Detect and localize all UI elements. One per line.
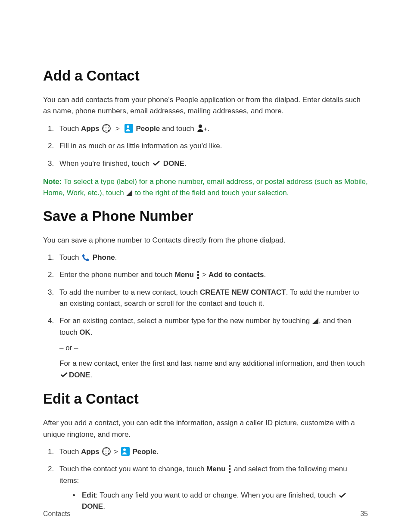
- heading-save-number: Save a Phone Number: [43, 205, 368, 227]
- menu-label: Menu: [206, 465, 225, 473]
- list-item: Touch Apps > People.: [56, 446, 368, 457]
- steps-save-number: Touch Phone. Enter the phone number and …: [43, 252, 368, 381]
- create-new-contact-label: CREATE NEW CONTACT: [200, 288, 286, 296]
- text: : Touch any field you want to add or cha…: [96, 491, 338, 499]
- list-item: For an existing contact, select a number…: [56, 315, 368, 381]
- text: .: [90, 328, 93, 336]
- chevron-right-icon: >: [115, 124, 120, 133]
- document-page: Add a Contact You can add contacts from …: [0, 0, 411, 532]
- heading-add-contact: Add a Contact: [43, 65, 368, 87]
- page-footer: Contacts 35: [43, 509, 368, 520]
- text: Touch the contact you want to change, to…: [59, 465, 206, 473]
- menu-icon: [197, 271, 199, 279]
- phone-label: Phone: [90, 253, 115, 261]
- text: For a new contact, enter the first and l…: [59, 359, 365, 367]
- chevron-right-icon: >: [200, 271, 209, 279]
- text: to the right of the field and touch your…: [133, 189, 289, 197]
- done-label: DONE: [161, 159, 184, 168]
- people-icon: [121, 447, 130, 456]
- heading-edit-contact: Edit a Contact: [43, 388, 368, 410]
- check-icon: [153, 160, 160, 166]
- add-to-contacts-label: Add to contacts: [209, 271, 264, 279]
- text: .: [184, 159, 187, 168]
- or-separator: – or –: [59, 342, 368, 354]
- steps-edit-contact: Touch Apps > People. Touch the contact y…: [43, 446, 368, 513]
- add-person-icon: +: [197, 124, 206, 132]
- intro-add-contact: You can add contacts from your phone's P…: [43, 94, 368, 117]
- apps-icon: [102, 447, 111, 456]
- text: .: [207, 124, 209, 133]
- intro-edit-contact: After you add a contact, you can edit th…: [43, 417, 368, 440]
- list-item: Fill in as much or as little information…: [56, 140, 368, 152]
- list-item: Touch Apps > People and touch +.: [56, 123, 368, 134]
- done-label: DONE: [69, 371, 90, 379]
- menu-label: Menu: [174, 271, 193, 279]
- triangle-icon: [312, 318, 318, 324]
- text: Touch: [59, 124, 81, 133]
- list-item: To add the number to a new contact, touc…: [56, 287, 368, 310]
- text: For an existing contact, select a number…: [59, 317, 312, 325]
- menu-icon: [228, 465, 231, 473]
- ok-label: OK: [79, 328, 90, 336]
- check-icon: [60, 372, 68, 378]
- chevron-right-icon: >: [112, 448, 120, 456]
- text: Touch: [59, 253, 81, 261]
- triangle-icon: [126, 190, 132, 196]
- apps-icon: [102, 124, 111, 133]
- text: Enter the phone number and touch: [59, 271, 174, 279]
- apps-label: Apps: [81, 124, 100, 133]
- page-number: 35: [360, 509, 368, 520]
- check-icon: [339, 492, 346, 498]
- steps-add-contact: Touch Apps > People and touch +. Fill in…: [43, 123, 368, 169]
- note-add-contact: Note: To select a type (label) for a pho…: [43, 176, 368, 199]
- phone-icon: [82, 254, 90, 261]
- people-label: People: [134, 124, 160, 133]
- people-label: People: [131, 448, 156, 456]
- text: To add the number to a new contact, touc…: [59, 288, 200, 296]
- text: .: [156, 448, 159, 456]
- text: For a new contact, enter the first and l…: [59, 358, 368, 381]
- footer-section-label: Contacts: [43, 509, 70, 520]
- people-icon: [125, 124, 133, 133]
- list-item: Touch the contact you want to change, to…: [56, 464, 368, 512]
- list-item: When you're finished, touch DONE.: [56, 158, 368, 169]
- list-item: Enter the phone number and touch Menu > …: [56, 269, 368, 280]
- text: .: [115, 253, 117, 261]
- text: Touch: [59, 448, 81, 456]
- text: When you're finished, touch: [59, 159, 152, 168]
- note-label: Note:: [43, 177, 62, 186]
- apps-label: Apps: [81, 448, 100, 456]
- text: and touch: [160, 124, 196, 133]
- edit-label: Edit: [82, 491, 96, 499]
- intro-save-number: You can save a phone number to Contacts …: [43, 235, 368, 246]
- text: .: [90, 371, 92, 379]
- text: .: [264, 271, 266, 279]
- list-item: Touch Phone.: [56, 252, 368, 263]
